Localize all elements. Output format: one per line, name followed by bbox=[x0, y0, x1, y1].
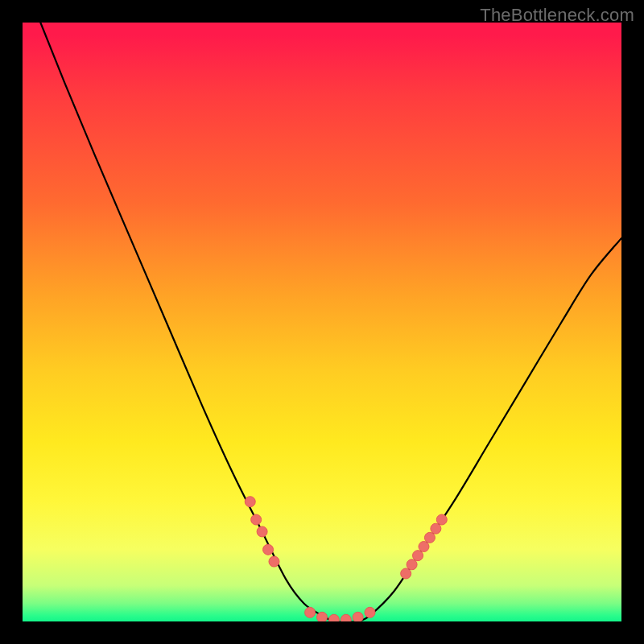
chart-frame bbox=[23, 23, 621, 621]
marker-dot bbox=[317, 612, 328, 621]
marker-dot bbox=[424, 532, 435, 543]
marker-dot bbox=[436, 514, 447, 525]
marker-dot bbox=[365, 607, 375, 617]
marker-dot bbox=[341, 614, 351, 621]
watermark-text: TheBottleneck.com bbox=[480, 5, 634, 26]
marker-dot bbox=[431, 523, 441, 534]
marker-dot bbox=[257, 526, 267, 537]
marker-dot bbox=[245, 497, 255, 507]
bottleneck-curve bbox=[23, 23, 621, 621]
marker-dot bbox=[413, 551, 423, 561]
chart-canvas bbox=[23, 23, 621, 621]
marker-dot bbox=[419, 542, 429, 552]
marker-dots-group bbox=[245, 497, 447, 621]
marker-dot bbox=[401, 568, 411, 579]
marker-dot bbox=[407, 559, 417, 570]
marker-dot bbox=[269, 556, 279, 567]
marker-dot bbox=[353, 612, 363, 621]
marker-dot bbox=[251, 514, 262, 525]
marker-dot bbox=[305, 607, 316, 617]
marker-dot bbox=[328, 614, 339, 621]
marker-dot bbox=[263, 544, 274, 555]
